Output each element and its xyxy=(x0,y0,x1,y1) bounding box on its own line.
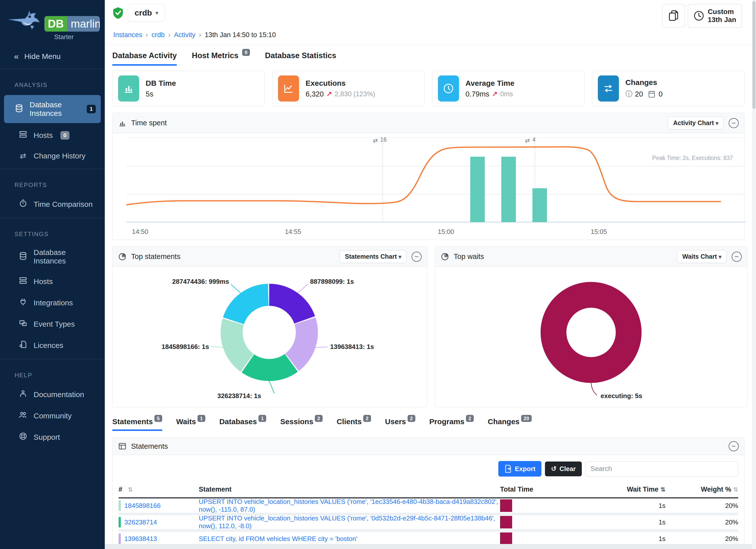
copy-link-button[interactable] xyxy=(662,4,685,28)
sidebar-item-settings-hosts[interactable]: Hosts xyxy=(4,271,101,292)
chevron-down-icon: ▾ xyxy=(155,10,158,16)
x-tick: 14:50 xyxy=(132,228,148,235)
collapse-panel-button[interactable]: − xyxy=(729,118,739,128)
vertical-scrollbar[interactable] xyxy=(752,0,756,549)
tab-database-statistics[interactable]: Database Statistics xyxy=(265,51,336,64)
tab-sessions[interactable]: Sessions2 xyxy=(280,417,323,431)
col-header-weight[interactable]: Weight % xyxy=(701,486,731,493)
change-marker-icon[interactable]: ⇄ xyxy=(525,137,530,144)
clear-button[interactable]: ↺ Clear xyxy=(545,462,582,476)
tab-host-metrics[interactable]: Host Metrics 0 xyxy=(192,51,250,64)
time-range-button[interactable]: Custom 13th Jan xyxy=(688,4,742,28)
sidebar-item-community[interactable]: Community xyxy=(4,406,101,426)
chevron-down-icon: ▾ xyxy=(399,254,401,260)
export-icon xyxy=(504,465,512,473)
main-tab-bar: Database Activity Host Metrics 0 Databas… xyxy=(105,45,752,66)
top-bar: crdb ▾ Custom 13th Jan xyxy=(105,0,752,28)
collapse-panel-button[interactable]: − xyxy=(732,252,742,262)
waits-chart-selector[interactable]: Waits Chart ▾ xyxy=(677,250,727,263)
table-row[interactable]: 1845898166 UPSERT INTO vehicle_location_… xyxy=(119,498,738,515)
sort-icon[interactable]: ⇅ xyxy=(128,486,133,493)
sidebar-item-database-instances[interactable]: Database Instances 1 xyxy=(4,95,101,123)
breadcrumb-separator: › xyxy=(199,31,201,39)
x-tick: 14:55 xyxy=(285,228,301,235)
metric-title: Executions xyxy=(306,79,375,87)
detail-tab-bar: Statements5 Waits1 Databases1 Sessions2 … xyxy=(105,407,752,431)
breadcrumb-activity[interactable]: Activity xyxy=(174,31,196,39)
activity-chart-selector[interactable]: Activity Chart ▾ xyxy=(668,117,724,129)
sidebar-item-support[interactable]: Support xyxy=(4,427,101,447)
sidebar-item-change-history[interactable]: ⇄ Change History xyxy=(4,146,101,165)
statement-sql-link[interactable]: UPSERT INTO vehicle_location_histories V… xyxy=(199,498,498,513)
collapse-panel-button[interactable]: − xyxy=(729,441,739,451)
tab-programs[interactable]: Programs2 xyxy=(429,417,474,431)
activity-line-chart[interactable]: ⇄ 16 ⇄ 4 14:50 14:55 15:00 15:05 xyxy=(126,136,745,237)
total-time-bar xyxy=(500,532,512,545)
change-marker-icon[interactable]: ⇄ xyxy=(373,137,378,144)
breadcrumb-separator: › xyxy=(168,31,170,39)
instance-selector[interactable]: crdb ▾ xyxy=(128,4,165,22)
tab-clients[interactable]: Clients2 xyxy=(337,417,371,431)
sidebar-item-settings-database-instances[interactable]: Database Instances xyxy=(4,243,101,270)
life-ring-icon xyxy=(19,432,28,442)
col-header-num[interactable]: # xyxy=(119,486,122,493)
db-time-icon xyxy=(118,75,139,102)
breadcrumb-crdb[interactable]: crdb xyxy=(152,31,165,39)
tab-database-activity[interactable]: Database Activity xyxy=(112,51,177,66)
double-chevron-left-icon: « xyxy=(14,51,19,61)
sidebar-item-hosts[interactable]: Hosts 0 xyxy=(4,125,101,145)
collapse-panel-button[interactable]: − xyxy=(412,252,422,262)
sidebar-item-integrations[interactable]: Integrations xyxy=(4,293,101,313)
tab-statements[interactable]: Statements5 xyxy=(112,417,162,431)
statements-chart-selector[interactable]: Statements Chart ▾ xyxy=(340,250,407,263)
table-row[interactable]: 326238714 UPSERT INTO vehicle_location_h… xyxy=(119,515,738,531)
statement-sql-link[interactable]: SELECT city, id FROM vehicles WHERE city… xyxy=(199,535,357,542)
server-icon xyxy=(19,276,28,287)
statement-sql-link[interactable]: UPSERT INTO vehicle_location_histories V… xyxy=(199,514,495,530)
change-marker-count[interactable]: 16 xyxy=(380,136,387,143)
tab-users[interactable]: Users2 xyxy=(385,417,415,431)
hide-menu-button[interactable]: « Hide Menu xyxy=(0,43,105,69)
tab-databases[interactable]: Databases1 xyxy=(219,417,266,431)
sidebar-item-label: Integrations xyxy=(34,299,73,307)
time-spent-chart: Peak Time: 2s, Executions: 837 ⇄ 16 ⇄ 4 … xyxy=(113,133,744,240)
tab-badge: 2 xyxy=(408,415,415,422)
search-input[interactable] xyxy=(585,461,738,477)
marlin-fish-logo xyxy=(7,7,42,32)
col-header-wait-time[interactable]: Wait Time xyxy=(627,486,658,493)
book-icon xyxy=(19,389,28,400)
statement-id-link[interactable]: 139638413 xyxy=(124,535,157,543)
tab-changes[interactable]: Changes20 xyxy=(488,417,532,431)
scrollbar-thumb[interactable] xyxy=(752,1,755,109)
time-range-date: 13th Jan xyxy=(708,16,736,24)
sidebar-item-event-types[interactable]: Event Types xyxy=(4,314,101,334)
brand-db: DB xyxy=(44,16,67,32)
col-header-statement[interactable]: Statement xyxy=(199,486,500,493)
total-time-bar xyxy=(500,516,512,528)
sidebar-item-label: Event Types xyxy=(34,320,75,328)
sort-icon-active[interactable]: ⇅ xyxy=(660,486,666,493)
change-marker-count[interactable]: 4 xyxy=(532,136,536,143)
col-header-total-time[interactable]: Total Time xyxy=(500,486,583,493)
donut-callout-label: 287474436: 999ms xyxy=(159,278,229,286)
hosts-count-badge: 0 xyxy=(60,131,69,140)
statement-id-link[interactable]: 1845898166 xyxy=(124,502,161,510)
analysis-section-label: ANALYSIS xyxy=(0,79,105,93)
licence-document-icon xyxy=(19,340,28,350)
average-time-icon xyxy=(438,75,459,102)
sidebar-item-time-comparison[interactable]: Time Comparison xyxy=(4,194,101,214)
export-button[interactable]: Export xyxy=(498,461,541,477)
statement-id-link[interactable]: 326238714 xyxy=(124,518,157,526)
tab-waits[interactable]: Waits1 xyxy=(176,417,205,431)
waits-donut-chart[interactable] xyxy=(435,267,747,403)
sidebar-item-licences[interactable]: Licences xyxy=(4,335,101,355)
donut-segment[interactable] xyxy=(553,295,629,370)
chevron-down-icon: ▾ xyxy=(716,120,718,126)
sort-icon[interactable]: ⇅ xyxy=(733,486,738,493)
top-waits-donut: executing: 5s xyxy=(435,267,747,407)
statements-donut-chart[interactable] xyxy=(113,267,427,403)
breadcrumb-instances[interactable]: Instances xyxy=(113,31,142,39)
sidebar-item-documentation[interactable]: Documentation xyxy=(4,384,101,405)
help-section-label: HELP xyxy=(0,369,105,383)
db-time-line xyxy=(126,147,720,205)
